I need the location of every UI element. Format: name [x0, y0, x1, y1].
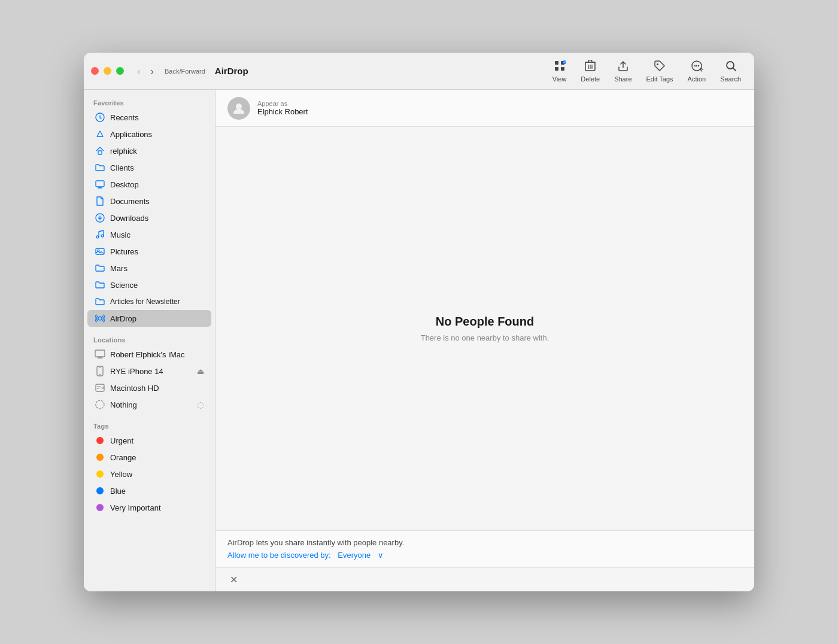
traffic-lights — [91, 67, 124, 75]
sidebar-item-label: Downloads — [110, 214, 204, 223]
sidebar-item-label: RYE iPhone 14 — [110, 367, 192, 376]
sidebar-item-label: Applications — [110, 130, 204, 139]
svg-point-35 — [102, 387, 104, 389]
sidebar-item-documents[interactable]: Documents — [87, 193, 211, 209]
desktop-icon — [95, 179, 105, 190]
sidebar-item-desktop[interactable]: Desktop — [87, 176, 211, 193]
orange-dot — [95, 452, 105, 463]
eject-icon[interactable]: ⏏ — [197, 367, 204, 376]
sidebar-item-label: Articles for Newsletter — [110, 297, 204, 306]
sidebar-item-label: Recents — [110, 113, 204, 122]
urgent-dot — [95, 435, 105, 446]
sidebar-item-imac[interactable]: Robert Elphick's iMac — [87, 346, 211, 363]
svg-point-12 — [694, 65, 696, 66]
toolbar: ‹ › Back/Forward AirDrop View — [84, 53, 754, 90]
sidebar-item-pictures[interactable]: Pictures — [87, 243, 211, 260]
sidebar-item-clients[interactable]: Clients — [87, 159, 211, 176]
airdrop-footer: AirDrop lets you share instantly with pe… — [215, 530, 754, 567]
minimize-button[interactable] — [104, 67, 111, 75]
locations-label: Locations — [84, 332, 215, 346]
main-content: Favorites Recents Applicatio — [84, 90, 754, 591]
music-icon — [95, 229, 105, 240]
sidebar-item-very-important[interactable]: Very Important — [87, 499, 211, 516]
sidebar-item-articles[interactable]: Articles for Newsletter — [87, 293, 211, 310]
close-bar: ✕ — [215, 567, 754, 591]
blue-dot — [95, 485, 105, 496]
svg-rect-25 — [96, 248, 104, 254]
content-area: Appear as Elphick Robert No People Found… — [215, 90, 754, 591]
share-label: Share — [614, 75, 631, 83]
sidebar-item-urgent[interactable]: Urgent — [87, 432, 211, 449]
sidebar-item-label: Mars — [110, 264, 204, 273]
sidebar-item-nothing[interactable]: Nothing ◌ — [87, 396, 211, 413]
imac-icon — [95, 349, 105, 360]
sidebar-item-science[interactable]: Science — [87, 277, 211, 293]
sidebar-item-mars[interactable]: Mars — [87, 260, 211, 277]
sidebar-item-label: Very Important — [110, 503, 204, 512]
svg-point-24 — [101, 235, 104, 237]
close-button[interactable] — [91, 67, 99, 75]
sidebar-item-recents[interactable]: Recents — [87, 109, 211, 126]
sidebar-item-blue[interactable]: Blue — [87, 482, 211, 499]
sidebar-item-label: Desktop — [110, 180, 204, 189]
svg-point-27 — [98, 317, 102, 320]
svg-rect-2 — [555, 67, 558, 71]
download-icon — [95, 212, 105, 223]
svg-rect-19 — [96, 181, 104, 187]
action-button[interactable]: Action — [682, 57, 712, 85]
sidebar-item-music[interactable]: Music — [87, 226, 211, 243]
action-label: Action — [688, 75, 706, 83]
purple-dot — [95, 502, 105, 513]
nothing-icon — [95, 399, 105, 410]
sidebar-item-macintosh-hd[interactable]: Macintosh HD — [87, 379, 211, 396]
sidebar-item-iphone[interactable]: RYE iPhone 14 ⏏ — [87, 363, 211, 379]
sidebar-item-downloads[interactable]: Downloads — [87, 209, 211, 226]
sidebar-item-label: Clients — [110, 163, 204, 172]
svg-point-23 — [96, 236, 99, 238]
sidebar-item-label: Urgent — [110, 436, 204, 445]
sidebar-item-label: AirDrop — [110, 314, 204, 323]
spinner-icon: ◌ — [197, 400, 204, 409]
svg-point-14 — [698, 65, 699, 66]
toolbar-actions: View Delete — [546, 57, 747, 85]
folder-icon — [95, 162, 105, 173]
recents-icon — [95, 112, 105, 123]
trash-icon — [585, 60, 596, 74]
sidebar-item-label: Science — [110, 281, 204, 290]
sidebar-item-orange[interactable]: Orange — [87, 449, 211, 466]
view-button[interactable]: View — [546, 57, 573, 85]
maximize-button[interactable] — [116, 67, 124, 75]
view-label: View — [552, 75, 567, 83]
edit-tags-button[interactable]: Edit Tags — [640, 57, 679, 85]
back-button[interactable]: ‹ — [133, 65, 144, 78]
sidebar-item-airdrop[interactable]: AirDrop — [87, 310, 211, 327]
delete-button[interactable]: Delete — [575, 57, 606, 85]
share-button[interactable]: Share — [608, 57, 637, 85]
sidebar-item-label: Yellow — [110, 470, 204, 479]
forward-button[interactable]: › — [147, 65, 157, 78]
svg-point-39 — [236, 104, 242, 110]
nav-label: Back/Forward — [165, 68, 205, 75]
search-label: Search — [720, 75, 741, 83]
home-icon — [95, 145, 105, 156]
sidebar-item-applications[interactable]: Applications — [87, 126, 211, 142]
airdrop-body: No People Found There is no one nearby t… — [215, 127, 754, 530]
finder-window: ‹ › Back/Forward AirDrop View — [84, 53, 754, 591]
nav-buttons: ‹ › — [133, 65, 157, 78]
discovery-value: Everyone — [338, 551, 371, 560]
sidebar-item-relphick[interactable]: relphick — [87, 142, 211, 159]
toolbar-title: AirDrop — [215, 66, 546, 76]
folder-mars-icon — [95, 263, 105, 274]
close-airdrop-button[interactable]: ✕ — [227, 573, 240, 587]
svg-point-10 — [657, 63, 658, 65]
edit-tags-label: Edit Tags — [646, 75, 673, 83]
discovery-link[interactable]: Allow me to be discovered by: Everyone ∨ — [227, 551, 384, 560]
search-button[interactable]: Search — [714, 57, 747, 85]
svg-rect-3 — [561, 67, 564, 71]
applications-icon — [95, 129, 105, 139]
svg-point-38 — [96, 400, 104, 409]
view-icon — [554, 60, 566, 74]
folder-articles-icon — [95, 296, 105, 307]
sidebar-item-label: Nothing — [110, 400, 192, 409]
sidebar-item-yellow[interactable]: Yellow — [87, 466, 211, 482]
